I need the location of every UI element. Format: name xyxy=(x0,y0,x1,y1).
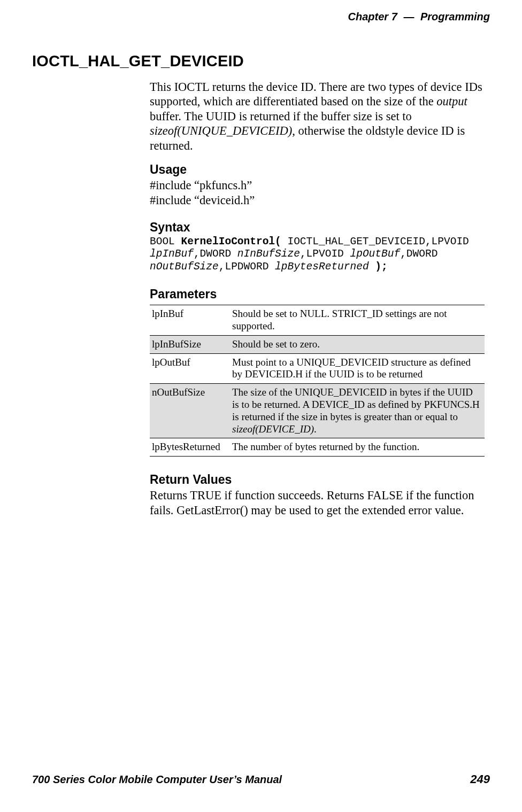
parameters-table: lpInBuf Should be set to NULL. STRICT_ID… xyxy=(150,305,485,457)
return-heading: Return Values xyxy=(150,473,485,487)
syntax-t7 xyxy=(369,261,375,273)
usage-include-2: #include “deviceid.h” xyxy=(150,193,485,207)
syntax-t1: BOOL xyxy=(150,236,181,248)
page-footer: 700 Series Color Mobile Computer User’s … xyxy=(32,772,490,786)
syntax-heading: Syntax xyxy=(150,220,485,235)
header-section: Programming xyxy=(420,11,490,22)
param-desc: The size of the UNIQUE_DEVICEID in bytes… xyxy=(230,384,485,438)
syntax-b1: KernelIoControl( xyxy=(181,236,281,248)
syntax-t3: ,DWORD xyxy=(194,248,237,260)
syntax-t2: IOCTL_HAL_GET_DEVICEID,LPVOID xyxy=(281,236,469,248)
page: Chapter 7 — Programming IOCTL_HAL_GET_DE… xyxy=(0,0,522,812)
param-name: lpBytesReturned xyxy=(150,438,230,457)
param-desc: The number of bytes returned by the func… xyxy=(230,438,485,457)
param-desc-ital: sizeof(DEVICE_ID) xyxy=(232,423,314,435)
param-desc-pre: The size of the UNIQUE_DEVICEID in bytes… xyxy=(232,386,480,422)
syntax-i5: lpBytesReturned xyxy=(275,261,369,273)
footer-page-number: 249 xyxy=(470,772,490,786)
intro-text-a: This IOCTL returns the device ID. There … xyxy=(150,80,482,108)
syntax-i3: lpOutBuf xyxy=(350,248,401,260)
syntax-i2: nInBufSize xyxy=(237,248,300,260)
param-desc: Must point to a UNIQUE_DEVICEID structur… xyxy=(230,353,485,384)
table-row: lpInBuf Should be set to NULL. STRICT_ID… xyxy=(150,305,485,336)
header-chapter-num: 7 xyxy=(392,11,397,22)
page-title: IOCTL_HAL_GET_DEVICEID xyxy=(32,52,490,70)
return-text: Returns TRUE if function succeeds. Retur… xyxy=(150,488,485,517)
param-name: lpInBuf xyxy=(150,305,230,336)
intro-paragraph: This IOCTL returns the device ID. There … xyxy=(150,80,485,153)
page-header: Chapter 7 — Programming xyxy=(32,11,490,23)
footer-title: 700 Series Color Mobile Computer User’s … xyxy=(32,774,282,786)
param-desc: Should be set to NULL. STRICT_ID setting… xyxy=(230,305,485,336)
usage-include-1: #include “pkfuncs.h” xyxy=(150,178,485,192)
table-row: lpOutBuf Must point to a UNIQUE_DEVICEID… xyxy=(150,353,485,384)
table-row: nOutBufSize The size of the UNIQUE_DEVIC… xyxy=(150,384,485,438)
header-dash: — xyxy=(403,11,414,22)
syntax-block: BOOL KernelIoControl( IOCTL_HAL_GET_DEVI… xyxy=(150,236,485,273)
syntax-i1: lpInBuf xyxy=(150,248,194,260)
param-desc: Should be set to zero. xyxy=(230,335,485,353)
content-column: This IOCTL returns the device ID. There … xyxy=(150,80,485,517)
syntax-i4: nOutBufSize xyxy=(150,261,219,273)
intro-italic-output: output xyxy=(436,95,467,108)
syntax-t4: ,LPVOID xyxy=(300,248,350,260)
header-chapter-label: Chapter xyxy=(348,11,389,22)
param-desc-post: . xyxy=(314,423,317,435)
parameters-heading: Parameters xyxy=(150,287,485,301)
syntax-t6: ,LPDWORD xyxy=(219,261,275,273)
syntax-b2: ); xyxy=(375,261,387,273)
table-row: lpInBufSize Should be set to zero. xyxy=(150,335,485,353)
param-name: lpOutBuf xyxy=(150,353,230,384)
table-row: lpBytesReturned The number of bytes retu… xyxy=(150,438,485,457)
param-name: nOutBufSize xyxy=(150,384,230,438)
syntax-t5: ,DWORD xyxy=(400,248,437,260)
intro-text-b: buffer. The UUID is returned if the buff… xyxy=(150,110,412,123)
param-name: lpInBufSize xyxy=(150,335,230,353)
intro-italic-sizeof: sizeof(UNIQUE_DEVICEID) xyxy=(150,124,292,137)
usage-heading: Usage xyxy=(150,163,485,177)
